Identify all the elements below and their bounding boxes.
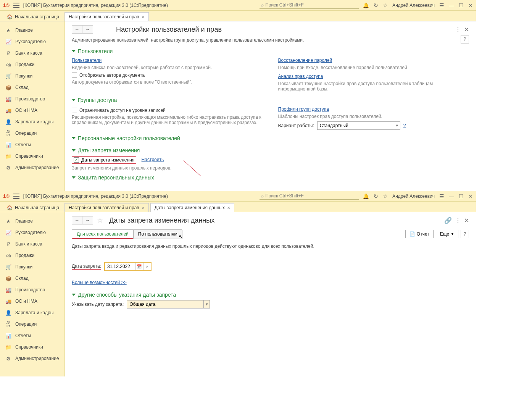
favorite-icon[interactable]: ☆ <box>97 216 103 224</box>
folder-icon: 📁 <box>5 344 11 350</box>
section-users[interactable]: Пользователи <box>72 48 469 54</box>
nav-bank[interactable]: ₽Банк и касса <box>0 238 64 250</box>
forward-button[interactable]: → <box>82 216 93 224</box>
kebab-icon[interactable]: ⋮ <box>455 26 461 33</box>
bell-icon[interactable]: 🔔 <box>363 193 369 199</box>
nav-admin[interactable]: ⚙Администрирование <box>0 353 64 364</box>
more-button[interactable]: Еще▼ <box>436 230 458 238</box>
nav-manager[interactable]: 📈Руководителю <box>0 36 64 47</box>
nav-warehouse[interactable]: 📦Склад <box>0 82 64 93</box>
section-personal[interactable]: Персональные настройки пользователей <box>72 135 469 141</box>
checkbox-dates[interactable]: ✓ <box>74 157 79 163</box>
search-input[interactable] <box>265 2 357 8</box>
nav-operations[interactable]: ДтКтОперации <box>0 128 64 139</box>
tab-close-icon[interactable]: ✕ <box>142 206 145 210</box>
link-profiles[interactable]: Профили групп доступа <box>278 107 329 112</box>
nav-assets[interactable]: 🚚ОС и НМА <box>0 296 64 307</box>
nav-purchases[interactable]: 🛒Покупки <box>0 261 64 273</box>
seg-by-user[interactable]: По пользователям <box>133 230 182 239</box>
link-users[interactable]: Пользователи <box>72 58 102 63</box>
nav-sales[interactable]: 🛍Продажи <box>0 250 64 261</box>
tab-home[interactable]: 🏠 Начальная страница <box>3 204 63 212</box>
user-name[interactable]: Андрей Алексеевич <box>392 194 435 199</box>
nav-salary[interactable]: 👤Зарплата и кадры <box>0 116 64 128</box>
link-icon[interactable]: 🔗 <box>444 217 452 224</box>
tab-close-icon[interactable]: ✕ <box>227 206 230 210</box>
select-mode[interactable]: ▼ <box>127 300 210 308</box>
search-box[interactable]: ⌕ <box>260 2 359 9</box>
menu-icon[interactable] <box>13 3 19 8</box>
search-box[interactable]: ⌕ <box>260 192 359 200</box>
date-input[interactable] <box>105 263 135 270</box>
forward-button[interactable]: → <box>82 25 93 34</box>
nav-admin[interactable]: ⚙Администрирование <box>0 162 64 173</box>
settings-icon[interactable]: ☰ <box>439 2 444 8</box>
section-protect[interactable]: Защита персональных данных <box>72 174 469 181</box>
select-mode-value[interactable] <box>127 300 203 308</box>
report-button[interactable]: 📄Отчет <box>405 230 434 238</box>
link-restore[interactable]: Восстановление паролей <box>278 58 332 63</box>
close-panel-icon[interactable]: ✕ <box>464 26 469 33</box>
box-icon: 📦 <box>5 84 11 90</box>
calendar-icon[interactable]: 📅 <box>135 263 143 270</box>
maximize-icon[interactable]: ☐ <box>459 193 464 199</box>
nav-purchases[interactable]: 🛒Покупки <box>0 70 64 82</box>
nav-assets[interactable]: 🚚ОС и НМА <box>0 105 64 116</box>
tab-home[interactable]: 🏠 Начальная страница <box>3 13 63 21</box>
select-variant-value[interactable] <box>318 122 394 129</box>
user-name[interactable]: Андрей Алексеевич <box>392 3 435 8</box>
checkbox-restrict[interactable] <box>72 108 77 113</box>
settings-icon[interactable]: ☰ <box>439 193 444 199</box>
help-variant[interactable]: ? <box>403 123 406 128</box>
nav-manager[interactable]: 📈Руководителю <box>0 227 64 238</box>
close-icon[interactable]: ✕ <box>468 2 473 8</box>
back-button[interactable]: ← <box>72 216 82 224</box>
chevron-down-icon[interactable]: ▼ <box>203 300 210 308</box>
history-icon[interactable]: ↻ <box>374 193 378 199</box>
bell-icon[interactable]: 🔔 <box>363 2 369 8</box>
star-icon[interactable]: ☆ <box>383 193 388 199</box>
seg-all-users[interactable]: Для всех пользователей <box>72 230 133 239</box>
clear-icon[interactable]: × <box>143 263 151 270</box>
nav-salary[interactable]: 👤Зарплата и кадры <box>0 307 64 318</box>
minimize-icon[interactable]: — <box>449 193 454 199</box>
nav-reports[interactable]: 📊Отчеты <box>0 330 64 341</box>
section-groups[interactable]: Группы доступа <box>72 97 469 103</box>
select-variant[interactable]: ▼ <box>317 121 400 130</box>
kebab-icon[interactable]: ⋮ <box>455 217 461 224</box>
nav-reports[interactable]: 📊Отчеты <box>0 139 64 150</box>
close-panel-icon[interactable]: ✕ <box>464 217 469 224</box>
nav-production[interactable]: 🏭Производство <box>0 284 64 296</box>
back-button[interactable]: ← <box>72 25 82 34</box>
home-icon: 🏠 <box>7 14 13 19</box>
help-button[interactable]: ? <box>461 35 469 44</box>
link-rights[interactable]: Анализ прав доступа <box>278 74 323 79</box>
section-dates[interactable]: Даты запрета изменения <box>72 147 469 153</box>
star-icon[interactable]: ☆ <box>383 2 388 8</box>
search-input[interactable] <box>265 193 357 199</box>
maximize-icon[interactable]: ☐ <box>459 2 464 8</box>
nav-catalogs[interactable]: 📁Справочники <box>0 150 64 162</box>
link-more-options[interactable]: Больше возможностей >> <box>72 280 127 285</box>
tab-settings[interactable]: Настройки пользователей и прав ✕ <box>64 12 149 21</box>
help-button[interactable]: ? <box>461 230 469 238</box>
nav-warehouse[interactable]: 📦Склад <box>0 273 64 284</box>
nav-main[interactable]: ★Главное <box>0 24 64 36</box>
history-icon[interactable]: ↻ <box>374 2 378 8</box>
tab-close-icon[interactable]: ✕ <box>142 15 145 19</box>
menu-icon[interactable] <box>13 194 19 199</box>
nav-catalogs[interactable]: 📁Справочники <box>0 341 64 353</box>
tab-settings[interactable]: Настройки пользователей и прав ✕ <box>64 203 149 212</box>
section-other[interactable]: Другие способы указания даты запрета <box>72 292 469 298</box>
link-configure[interactable]: Настроить <box>142 157 164 162</box>
close-icon[interactable]: ✕ <box>468 193 473 199</box>
nav-operations[interactable]: ДтКтОперации <box>0 318 64 330</box>
nav-main[interactable]: ★Главное <box>0 215 64 227</box>
checkbox-author[interactable] <box>72 73 77 78</box>
nav-bank[interactable]: ₽Банк и касса <box>0 47 64 59</box>
minimize-icon[interactable]: — <box>449 2 454 8</box>
tab-dates[interactable]: Даты запрета изменения данных ✕ <box>150 203 234 212</box>
chevron-down-icon[interactable]: ▼ <box>394 122 400 129</box>
nav-sales[interactable]: 🛍Продажи <box>0 59 64 70</box>
nav-production[interactable]: 🏭Производство <box>0 93 64 105</box>
